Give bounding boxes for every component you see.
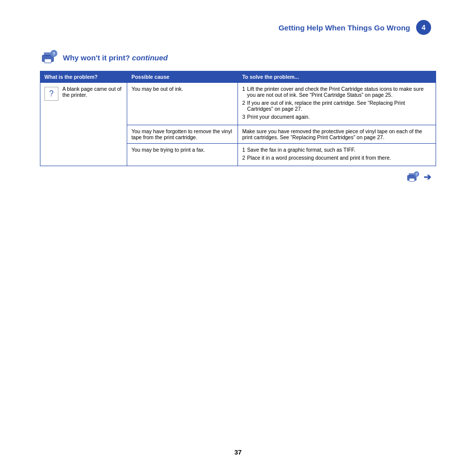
section-title-main: Why won't it print? xyxy=(63,53,130,62)
solution-item-1-3-1: 1 Save the fax in a graphic format, such… xyxy=(242,147,432,153)
cause-text-1-3: You may be trying to print a fax. xyxy=(131,147,205,153)
col-header-problem: What is the problem? xyxy=(40,71,127,83)
solution-item-1-3-2: 2 Place it in a word processing document… xyxy=(242,155,432,161)
printer-icon: ? xyxy=(40,50,58,65)
solution-item-1-1-3: 3 Print your document again. xyxy=(242,114,432,120)
solution-list-1-3: 1 Save the fax in a graphic format, such… xyxy=(242,147,432,161)
next-arrow-icon: ➔ xyxy=(424,172,431,183)
footer-icon-row: ? ➔ xyxy=(40,171,436,183)
solution-item-1-1-1: 1 Lift the printer cover and check the P… xyxy=(242,86,432,98)
troubleshoot-table: What is the problem? Possible cause To s… xyxy=(40,71,436,166)
solution-text-1-2: Make sure you have removed the protectiv… xyxy=(242,128,422,140)
cause-cell-1-1: You may be out of ink. xyxy=(127,83,238,125)
solution-item-1-1-2: 2 If you are out of ink, replace the pri… xyxy=(242,100,432,112)
page-header: Getting Help When Things Go Wrong 4 xyxy=(40,20,436,35)
page: Getting Help When Things Go Wrong 4 ? Wh… xyxy=(0,0,476,476)
table-header-row: What is the problem? Possible cause To s… xyxy=(40,71,436,83)
problem-icon-question: ? xyxy=(44,87,58,101)
svg-rect-2 xyxy=(44,59,51,63)
problem-cell-1: ? A blank page came out of the printer. xyxy=(40,83,127,166)
problem-text-1: A blank page came out of the printer. xyxy=(62,86,123,98)
page-number: 37 xyxy=(235,449,241,456)
cause-cell-1-2: You may have forgotten to remove the vin… xyxy=(127,125,238,144)
section-title-continued: continued xyxy=(132,53,168,62)
solve-cell-1-3: 1 Save the fax in a graphic format, such… xyxy=(238,144,436,166)
svg-text:?: ? xyxy=(416,173,418,176)
svg-text:?: ? xyxy=(52,51,55,56)
chapter-badge: 4 xyxy=(416,20,431,35)
chapter-title: Getting Help When Things Go Wrong xyxy=(278,23,410,32)
solve-cell-1-1: 1 Lift the printer cover and check the P… xyxy=(238,83,436,125)
footer-printer-icon: ? xyxy=(406,171,420,183)
col-header-cause: Possible cause xyxy=(127,71,238,83)
section-heading: ? Why won't it print? continued xyxy=(40,50,436,65)
cause-text-1-1: You may be out of ink. xyxy=(131,86,183,92)
col-header-solve: To solve the problem... xyxy=(238,71,436,83)
solve-cell-1-2: Make sure you have removed the protectiv… xyxy=(238,125,436,144)
svg-rect-7 xyxy=(409,178,415,181)
cause-text-1-2: You may have forgotten to remove the vin… xyxy=(131,128,232,140)
table-row-1-cause-1: ? A blank page came out of the printer. … xyxy=(40,83,436,125)
cause-cell-1-3: You may be trying to print a fax. xyxy=(127,144,238,166)
section-title: Why won't it print? continued xyxy=(63,53,168,62)
solution-list-1-1: 1 Lift the printer cover and check the P… xyxy=(242,86,432,120)
